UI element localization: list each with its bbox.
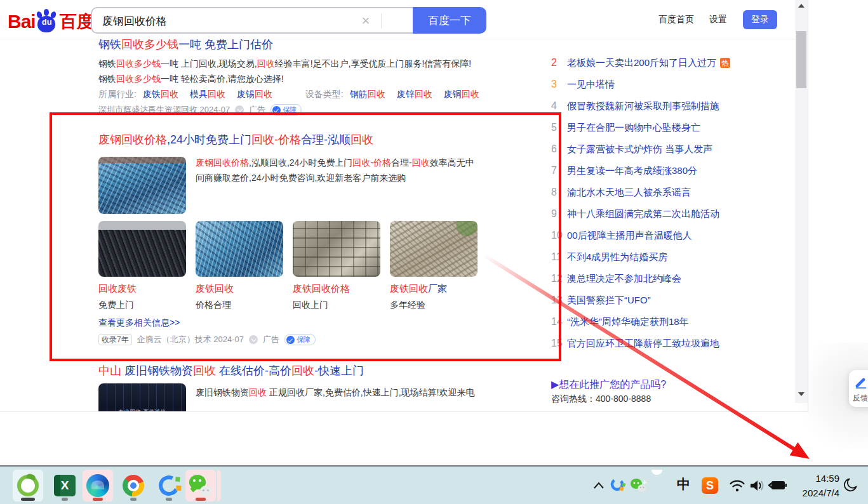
- result-title-3[interactable]: 中山 废旧钢铁物资回收 在线估价-高价回收-快速上门: [98, 363, 364, 378]
- feedback-circle-icon[interactable]: [249, 335, 258, 344]
- result-thumb[interactable]: 回收废铁免费上门: [98, 221, 186, 311]
- hot-list-item[interactable]: 4假冒教授魏新河被采取刑事强制措施: [551, 95, 742, 117]
- tag-link[interactable]: 废锡回收: [237, 89, 272, 99]
- taskbar-excel-icon[interactable]: X: [50, 470, 80, 501]
- clock-time: 14:59: [795, 471, 839, 486]
- text-run: 钢铁: [98, 38, 121, 51]
- taskbar-chrome-icon[interactable]: [118, 470, 149, 501]
- thumb-image[interactable]: [293, 221, 380, 277]
- scrollbar-track[interactable]: [795, 0, 808, 403]
- volume-icon[interactable]: [749, 478, 766, 493]
- secure-badge[interactable]: 保障: [284, 334, 316, 345]
- thumb-caption[interactable]: 废铁回收价格: [293, 283, 380, 295]
- scroll-up-button[interactable]: [795, 0, 808, 11]
- taskbar-edge-icon[interactable]: [83, 470, 113, 501]
- ad-label: 广告: [249, 104, 265, 116]
- login-button[interactable]: 登录: [743, 10, 777, 29]
- secure-badge[interactable]: 保障: [270, 104, 302, 116]
- result-image-3[interactable]: - 专业回收 高价诚信 -: [98, 383, 186, 411]
- hot-list-item[interactable]: 11不到4成男性为结婚买房: [551, 246, 742, 268]
- text-run: 回收-价格: [251, 133, 301, 146]
- hot-list-item[interactable]: 8渝北水木天地三人被杀系谣言: [551, 182, 742, 203]
- night-mode-moon-icon[interactable]: [842, 476, 860, 494]
- search-button[interactable]: 百度一下: [413, 7, 486, 34]
- promote-link[interactable]: ▶想在此推广您的产品吗?: [551, 378, 666, 392]
- hot-title-link[interactable]: 男子在合肥一购物中心坠楼身亡: [567, 122, 700, 134]
- thumb-caption[interactable]: 回收废铁: [98, 283, 186, 295]
- hot-title-link[interactable]: 00后视障主播用声音温暖他人: [567, 230, 692, 242]
- thumb-image[interactable]: [390, 221, 477, 277]
- hot-list-item[interactable]: 13美国警察拦下“UFO”: [551, 289, 742, 311]
- thumb-image[interactable]: [98, 221, 186, 277]
- taskbar-qq-icon[interactable]: [154, 470, 184, 501]
- text-run: 废铁回收: [390, 283, 428, 294]
- thumb-image[interactable]: [196, 221, 283, 277]
- baidu-logo[interactable]: Bai du 百度: [8, 10, 94, 33]
- hot-list-item[interactable]: 15官方回应环卫工降薪停工致垃圾遍地: [551, 333, 742, 354]
- tag-group-label: 所属行业:: [98, 89, 137, 99]
- hot-title-link[interactable]: 美国警察拦下“UFO”: [567, 295, 651, 307]
- hot-list-item[interactable]: 2老板娘一天卖出200斤知了日入过万热: [551, 52, 742, 74]
- result-source-1: 深圳市辉盛达再生资源回收 2024-07 广告 保障: [98, 104, 302, 116]
- hidden-icons-chevron[interactable]: [592, 481, 605, 491]
- taskbar-wechat-icon[interactable]: [185, 470, 216, 501]
- hot-list-item[interactable]: 14“洗米华”周焯华确定获刑18年: [551, 311, 742, 333]
- tag-link[interactable]: 废铜回收: [444, 89, 479, 99]
- text-run: 废旧钢铁物资: [196, 387, 249, 397]
- hot-title-link[interactable]: 男生复读一年高考成绩涨380分: [567, 165, 697, 177]
- text-run: 回收: [291, 364, 314, 377]
- hot-list-item[interactable]: 12澳总理决定不参加北约峰会: [551, 268, 742, 289]
- result-thumb[interactable]: 废铁回收厂家多年经验: [390, 221, 477, 311]
- pencil-icon: [854, 375, 868, 389]
- hot-rank: 15: [551, 338, 565, 349]
- clear-search-icon[interactable]: ×: [357, 13, 374, 29]
- years-indexed-badge: 收录7年: [98, 334, 132, 345]
- search-input[interactable]: [101, 11, 357, 31]
- hot-list-item[interactable]: 5男子在合肥一购物中心坠楼身亡: [551, 117, 742, 138]
- hot-title-link[interactable]: 神十八乘组圆满完成第二次出舱活动: [567, 208, 719, 220]
- hot-title-link[interactable]: 一见中塔情: [567, 79, 615, 91]
- scrollbar-thumb[interactable]: [796, 31, 806, 88]
- hot-list-item[interactable]: 3一见中塔情: [551, 74, 742, 95]
- tag-link[interactable]: 钢筋回收: [350, 89, 385, 99]
- scroll-down-button[interactable]: [795, 388, 808, 400]
- tag-link[interactable]: 模具回收: [190, 89, 225, 99]
- hot-list-item[interactable]: 6女子露营被卡式炉炸伤 当事人发声: [551, 138, 742, 160]
- feedback-button[interactable]: 反馈: [849, 370, 868, 407]
- feedback-circle-icon[interactable]: [235, 105, 244, 114]
- thumb-subtitle: 回收上门: [293, 300, 380, 311]
- nav-baidu-home[interactable]: 百度首页: [658, 14, 694, 25]
- result-thumb[interactable]: 废铁回收价格合理: [196, 221, 283, 311]
- result-main-image[interactable]: [98, 157, 186, 214]
- hot-title-link[interactable]: 假冒教授魏新河被采取刑事强制措施: [567, 100, 719, 112]
- hot-list-item[interactable]: 1000后视障主播用声音温暖他人: [551, 225, 742, 246]
- hot-title-link[interactable]: 澳总理决定不参加北约峰会: [567, 273, 681, 285]
- ime-language-icon[interactable]: 中: [677, 476, 690, 493]
- hot-title-link[interactable]: 女子露营被卡式炉炸伤 当事人发声: [567, 143, 712, 156]
- hot-list-item[interactable]: 7男生复读一年高考成绩涨380分: [551, 160, 742, 182]
- hot-title-link[interactable]: 不到4成男性为结婚买房: [567, 251, 667, 263]
- hot-list-item[interactable]: 9神十八乘组圆满完成第二次出舱活动: [551, 203, 742, 225]
- taskbar-wechat-stacked-window[interactable]: [217, 470, 221, 501]
- text-run: 价格: [373, 157, 391, 168]
- hot-title-link[interactable]: “洗米华”周焯华确定获刑18年: [567, 316, 689, 328]
- taskbar-360-browser-icon[interactable]: [13, 470, 43, 501]
- sogou-input-icon[interactable]: S: [702, 477, 718, 494]
- qq-tray-icon[interactable]: [610, 477, 626, 493]
- result-title-2[interactable]: 废钢回收价格,24小时免费上门回收-价格合理-泓顺回收: [98, 132, 373, 147]
- hot-title-link[interactable]: 官方回应环卫工降薪停工致垃圾遍地: [567, 338, 719, 350]
- nav-settings[interactable]: 设置: [709, 14, 727, 25]
- thumb-caption[interactable]: 废铁回收: [196, 283, 283, 295]
- tag-link[interactable]: 废铁回收: [143, 89, 178, 99]
- thumb-caption[interactable]: 废铁回收厂家: [390, 283, 477, 295]
- hot-title-link[interactable]: 老板娘一天卖出200斤知了日入过万: [567, 57, 716, 69]
- battery-icon[interactable]: [768, 480, 787, 491]
- taskbar-clock[interactable]: 14:59 2024/7/4: [795, 471, 839, 500]
- tag-link[interactable]: 废锌回收: [397, 89, 432, 99]
- text-run: 回收: [208, 89, 225, 99]
- text-run: 一吨 轻松卖高价,请您放心选择!: [161, 74, 284, 84]
- more-results-link[interactable]: 查看更多相关信息>>: [98, 317, 180, 329]
- hot-title-link[interactable]: 渝北水木天地三人被杀系谣言: [567, 187, 691, 199]
- wifi-icon[interactable]: [729, 479, 745, 493]
- result-thumb[interactable]: 废铁回收价格回收上门: [293, 221, 380, 311]
